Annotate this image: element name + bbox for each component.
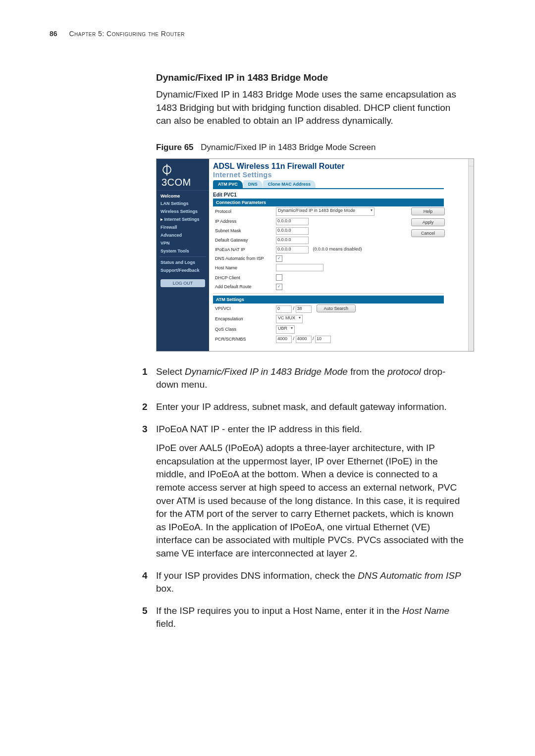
- label-dnsauto: DNS Automatic from ISP: [213, 254, 274, 263]
- edit-pvc-label: Edit PVC1: [213, 192, 444, 198]
- nav-support[interactable]: Support/Feedback: [157, 266, 209, 274]
- defroute-checkbox[interactable]: ✓: [276, 284, 282, 290]
- nav-lan[interactable]: LAN Settings: [157, 200, 209, 207]
- step-em: DNS Automatic from ISP: [358, 570, 461, 581]
- step-text: If the ISP requires you to input a Host …: [156, 605, 402, 616]
- tabbar: ATM PVC DNS Clone MAC Address: [213, 180, 444, 189]
- step-3: 3 IPoEoA NAT IP - enter the IP address i…: [156, 423, 466, 560]
- running-header: 86 Chapter 5: Configuring the Router: [50, 30, 485, 38]
- figure-caption-text: Dynamic/Fixed IP in 1483 Bridge Mode Scr…: [201, 143, 375, 152]
- pcr-input[interactable]: 4000: [276, 336, 292, 343]
- slash: /: [293, 306, 295, 311]
- step-4: 4 If your ISP provides DNS information, …: [156, 569, 466, 596]
- encap-select[interactable]: VC MUX: [276, 315, 303, 323]
- step-2: 2 Enter your IP address, subnet mask, an…: [156, 401, 466, 414]
- step-em: Host Name: [402, 605, 449, 616]
- nav-welcome[interactable]: Welcome: [157, 190, 209, 200]
- hostname-input[interactable]: [276, 264, 323, 271]
- apply-button[interactable]: Apply: [411, 218, 445, 226]
- brand-logo: ⏀ 3COM: [157, 159, 209, 190]
- atm-settings-header: ATM Settings: [213, 296, 444, 303]
- step-text: If your ISP provides DNS information, ch…: [156, 570, 358, 581]
- nav-wireless[interactable]: Wireless Settings: [157, 207, 209, 215]
- nav-status[interactable]: Status and Logs: [157, 258, 209, 266]
- dnsauto-checkbox[interactable]: ✓: [276, 255, 282, 262]
- brand-text: 3COM: [161, 177, 209, 188]
- step-number: 3: [142, 423, 148, 436]
- slash: /: [313, 336, 314, 341]
- label-pcr: PCR/SCR/MBS: [213, 335, 274, 344]
- step-em: Dynamic/Fixed IP in 1483 Bridge Mode: [185, 366, 348, 377]
- step-number: 2: [142, 401, 148, 414]
- mbs-input[interactable]: 10: [315, 336, 331, 343]
- qos-select[interactable]: UBR: [276, 325, 295, 334]
- figure-number: Figure 65: [156, 143, 194, 152]
- page-number: 86: [50, 30, 57, 38]
- tab-clone-mac[interactable]: Clone MAC Address: [263, 180, 316, 188]
- step-5: 5 If the ISP requires you to input a Hos…: [156, 605, 466, 631]
- protocol-select[interactable]: Dynamic/Fixed IP in 1483 Bridge Mode: [276, 207, 374, 216]
- tab-dns[interactable]: DNS: [243, 180, 263, 188]
- page-subtitle: Internet Settings: [213, 171, 444, 179]
- label-dhcp: DHCP Client: [213, 273, 274, 283]
- step-text: box.: [156, 583, 174, 594]
- gateway-input[interactable]: 0.0.0.0: [276, 237, 309, 244]
- label-encap: Encapsulation: [213, 314, 274, 324]
- scr-input[interactable]: 4000: [296, 336, 312, 343]
- label-ip: IP Address: [213, 217, 274, 226]
- cancel-button[interactable]: Cancel: [411, 229, 445, 237]
- nav-system[interactable]: System Tools: [157, 247, 209, 255]
- step-text: field.: [156, 618, 176, 629]
- chapter-title: Chapter 5: Configuring the Router: [69, 30, 185, 38]
- vci-input[interactable]: 38: [296, 305, 312, 313]
- help-button[interactable]: Help: [411, 207, 445, 215]
- figure-screenshot: ⏀ 3COM Welcome LAN Settings Wireless Set…: [156, 158, 474, 352]
- step-text: Enter your IP address, subnet mask, and …: [156, 402, 447, 412]
- figure-caption: Figure 65 Dynamic/Fixed IP in 1483 Bridg…: [156, 143, 466, 152]
- dhcp-checkbox[interactable]: [276, 274, 282, 281]
- label-qos: QoS Class: [213, 324, 274, 335]
- atm-settings-table: VPI/VCI 0 / 38 Auto Search Encapsulation…: [213, 303, 444, 344]
- label-gateway: Default Gateway: [213, 236, 274, 245]
- sidebar: ⏀ 3COM Welcome LAN Settings Wireless Set…: [157, 159, 209, 351]
- step-subparagraph: IPoE over AAL5 (IPoEoA) adopts a three-l…: [156, 442, 466, 560]
- mask-input[interactable]: 0.0.0.0: [276, 227, 309, 235]
- step-em: protocol: [387, 366, 421, 377]
- step-text: from the: [348, 366, 387, 377]
- router-title: ADSL Wireless 11n Firewall Router: [213, 162, 444, 171]
- natip-input[interactable]: 0.0.0.0: [276, 246, 309, 253]
- step-number: 5: [142, 605, 148, 618]
- label-hostname: Host Name: [213, 263, 274, 273]
- nav-vpn[interactable]: VPN: [157, 239, 209, 247]
- step-1: 1 Select Dynamic/Fixed IP in 1483 Bridge…: [156, 365, 466, 392]
- logo-swirl-icon: ⏀: [161, 164, 209, 177]
- step-number: 1: [142, 365, 148, 379]
- ip-input[interactable]: 0.0.0.0: [276, 218, 309, 225]
- logout-button[interactable]: LOG OUT: [160, 279, 205, 287]
- auto-search-button[interactable]: Auto Search: [317, 304, 356, 312]
- nav-internet[interactable]: Internet Settings: [157, 215, 209, 223]
- label-mask: Subnet Mask: [213, 226, 274, 236]
- label-vpi-vci: VPI/VCI: [213, 303, 274, 314]
- vpi-input[interactable]: 0: [276, 305, 292, 313]
- section-title: Dynamic/Fixed IP in 1483 Bridge Mode: [156, 72, 466, 83]
- label-defroute: Add Default Route: [213, 283, 274, 291]
- nav-advanced[interactable]: Advanced: [157, 231, 209, 239]
- connection-parameters-header: Connection Parameters: [213, 199, 444, 206]
- nav-firewall[interactable]: Firewall: [157, 223, 209, 231]
- label-protocol: Protocol: [213, 206, 274, 217]
- step-text: Select: [156, 366, 185, 377]
- tab-atm-pvc[interactable]: ATM PVC: [213, 180, 243, 188]
- step-text: IPoEoA NAT IP - enter the IP address in …: [156, 424, 362, 434]
- natip-hint: (0.0.0.0 means disabled): [313, 247, 362, 252]
- main-panel: ADSL Wireless 11n Firewall Router Intern…: [209, 159, 474, 351]
- connection-parameters-table: Protocol Dynamic/Fixed IP in 1483 Bridge…: [213, 206, 444, 291]
- step-number: 4: [142, 569, 148, 583]
- slash: /: [293, 336, 295, 341]
- section-intro: Dynamic/Fixed IP in 1483 Bridge Mode use…: [156, 88, 466, 128]
- label-natip: IPoEoA NAT IP: [213, 245, 274, 254]
